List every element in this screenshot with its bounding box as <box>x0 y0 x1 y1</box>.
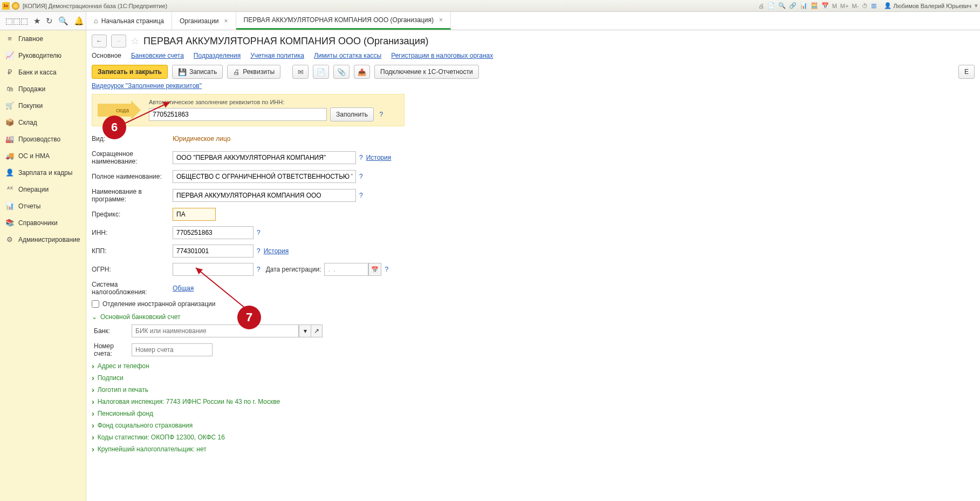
subtab-tax-reg[interactable]: Регистрации в налоговых органах <box>391 52 493 59</box>
sidebar-item-label: Операции <box>18 186 49 193</box>
tb-icon[interactable]: 🔗 <box>789 2 797 9</box>
dropdown-icon[interactable]: ▾ <box>299 324 311 337</box>
attach-button[interactable]: 📎 <box>333 65 349 79</box>
history-link[interactable]: История <box>366 154 392 161</box>
subtab-dept[interactable]: Подразделения <box>194 52 241 59</box>
expander-social[interactable]: Фонд социального страхования <box>92 421 975 430</box>
sidebar-item[interactable]: 📚Справочники <box>0 214 86 231</box>
star-icon[interactable]: ★ <box>33 16 40 26</box>
expander-address[interactable]: Адрес и телефон <box>92 362 975 370</box>
inn-input[interactable] <box>173 226 253 239</box>
short-name-input[interactable] <box>173 151 356 164</box>
ogrn-label: ОГРН: <box>92 266 173 273</box>
help-icon[interactable]: ? <box>377 109 386 120</box>
video-tutorial-link[interactable]: Видеоурок "Заполнение реквизитов" <box>92 82 202 90</box>
sidebar-item[interactable]: 📦Склад <box>0 114 86 131</box>
export-icon: 📤 <box>358 68 366 76</box>
expander-logo[interactable]: Логотип и печать <box>92 385 975 394</box>
expander-pension[interactable]: Пенсионный фонд <box>92 409 975 418</box>
tb-calendar-icon[interactable]: 📅 <box>821 2 829 9</box>
sidebar-item-label: Главное <box>18 35 43 43</box>
connect-1c-button[interactable]: Подключение к 1С-Отчетности <box>374 65 479 79</box>
open-ref-icon[interactable]: ↗ <box>311 324 323 337</box>
help-icon[interactable]: ? <box>257 229 261 236</box>
sidebar-item[interactable]: 🛒Покупки <box>0 97 86 114</box>
search-icon[interactable]: 🔍 <box>58 16 68 26</box>
mail-button[interactable]: ✉ <box>292 65 309 79</box>
prefix-input[interactable] <box>173 208 216 221</box>
fill-button[interactable]: Заполнить <box>330 107 374 121</box>
requisites-button[interactable]: 🖨Реквизиты <box>227 65 280 79</box>
tb-m-minus[interactable]: M- <box>852 3 859 9</box>
sidebar-item[interactable]: ᴬᴷОперации <box>0 181 86 198</box>
tb-icon[interactable]: ⏱ <box>862 3 868 9</box>
history-link[interactable]: История <box>264 247 289 255</box>
sidebar-item[interactable]: 👤Зарплата и кадры <box>0 164 86 181</box>
doc-button[interactable]: 📄 <box>313 65 329 79</box>
save-close-button[interactable]: Записать и закрыть <box>92 65 168 79</box>
tb-m-plus[interactable]: M+ <box>840 3 849 9</box>
tab-current-org[interactable]: ПЕРВАЯ АККУМУЛЯТОРНАЯ КОМПАНИЯ ООО (Орга… <box>236 12 451 30</box>
expander-tax-insp[interactable]: Налоговая инспекция: 7743 ИФНС России № … <box>92 397 975 406</box>
help-icon[interactable]: ? <box>257 247 261 255</box>
tb-icon[interactable]: 📊 <box>800 2 807 9</box>
favorite-star-icon[interactable]: ☆ <box>131 35 139 47</box>
prog-name-input[interactable] <box>173 189 356 202</box>
acct-input[interactable] <box>132 343 213 356</box>
sidebar-item[interactable]: 📊Отчеты <box>0 198 86 214</box>
foreign-branch-checkbox[interactable] <box>92 300 99 308</box>
apps-icon[interactable]: ⬚⬚⬚ <box>5 16 28 26</box>
short-name-label: Сокращенное наименование: <box>92 150 173 165</box>
help-icon[interactable]: ? <box>359 173 363 180</box>
window-titlebar: 1c [КОПИЯ] Демонстрационная база (1С:Пре… <box>0 0 980 12</box>
tb-calc-icon[interactable]: 🧮 <box>811 2 818 9</box>
inn-label: ИНН: <box>92 229 173 236</box>
history-icon[interactable]: ↻ <box>46 16 53 26</box>
subtab-limits[interactable]: Лимиты остатка кассы <box>314 52 381 59</box>
expander-signs[interactable]: Подписи <box>92 374 975 382</box>
sidebar: ≡Главное 📈Руководителю ₽Банк и касса 🛍Пр… <box>0 30 86 501</box>
gear-icon: ⚙ <box>5 235 14 243</box>
tb-m[interactable]: M <box>832 3 837 9</box>
more-button[interactable]: Е <box>958 65 975 79</box>
subtab-main[interactable]: Основное <box>92 52 121 59</box>
reg-date-input[interactable] <box>324 263 368 276</box>
close-icon[interactable]: × <box>224 17 228 25</box>
sidebar-item[interactable]: ₽Банк и касса <box>0 64 86 80</box>
tab-home[interactable]: ⌂ Начальная страница <box>86 12 172 30</box>
bell-icon[interactable]: 🔔 <box>74 16 84 26</box>
help-icon[interactable]: ? <box>385 266 388 273</box>
sidebar-item[interactable]: 🛍Продажи <box>0 80 86 97</box>
tax-system-link[interactable]: Общая <box>173 285 194 292</box>
tb-icon[interactable]: 🔍 <box>778 2 786 9</box>
close-icon[interactable]: × <box>439 16 443 24</box>
subtab-bank[interactable]: Банковские счета <box>131 52 184 59</box>
export-button[interactable]: 📤 <box>354 65 370 79</box>
calendar-icon[interactable]: 📅 <box>368 263 381 276</box>
subtab-policy[interactable]: Учетная политика <box>250 52 304 59</box>
current-user[interactable]: 👤 Любимов Валерий Юрьевич <box>884 2 971 9</box>
full-name-input[interactable] <box>173 170 356 183</box>
sidebar-item-label: Склад <box>18 119 37 126</box>
sidebar-item[interactable]: 🚚ОС и НМА <box>0 147 86 164</box>
help-icon[interactable]: ? <box>359 192 363 199</box>
tb-icon[interactable]: 🖨 <box>758 3 764 9</box>
help-icon[interactable]: ? <box>359 154 363 161</box>
bank-input[interactable] <box>132 324 299 337</box>
expander-stats[interactable]: Коды статистики: ОКОПФ 12300, ОКФС 16 <box>92 433 975 442</box>
sidebar-item[interactable]: 🏭Производство <box>0 131 86 147</box>
tb-icon[interactable]: ▾ <box>975 2 978 9</box>
tab-organizations[interactable]: Организации × <box>172 12 236 30</box>
expander-bigtax[interactable]: Крупнейший налогоплательщик: нет <box>92 445 975 453</box>
kpp-input[interactable] <box>173 245 253 258</box>
help-icon[interactable]: ? <box>257 266 261 273</box>
tb-panels-icon[interactable]: ▥ <box>871 2 876 9</box>
sidebar-item[interactable]: ⚙Администрирование <box>0 231 86 248</box>
sidebar-item[interactable]: ≡Главное <box>0 30 86 47</box>
sidebar-item[interactable]: 📈Руководителю <box>0 47 86 64</box>
tb-icon[interactable]: 📄 <box>767 2 775 9</box>
back-button[interactable]: ← <box>92 35 107 48</box>
forward-button[interactable]: → <box>111 35 126 48</box>
save-button[interactable]: 💾Записать <box>172 65 223 79</box>
app-orb-icon[interactable] <box>12 2 19 10</box>
